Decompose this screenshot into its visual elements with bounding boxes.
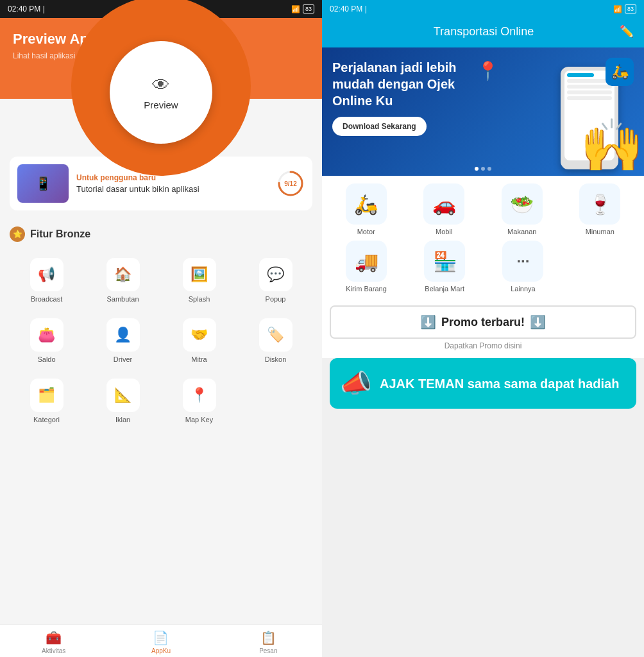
dot-3	[487, 167, 491, 171]
right-app-header: Transportasi Online ✏️	[322, 18, 644, 47]
kategori-label: Kategori	[33, 416, 60, 423]
promo-arrow-left: ⬇️	[420, 314, 436, 330]
lainnya-icon-box: ···	[502, 241, 543, 282]
makanan-label: Makanan	[507, 228, 536, 235]
download-button[interactable]: Download Sekarang	[332, 117, 427, 136]
progress-text: 9/12	[284, 180, 296, 187]
service-belanja[interactable]: 🏪 Belanja Mart	[408, 241, 481, 293]
referral-title: AJAK TEMAN sama sama dapat hadiah	[380, 376, 619, 391]
service-minuman[interactable]: 🍷 Minuman	[564, 183, 637, 235]
kategori-icon-box: 🗂️	[30, 379, 64, 412]
motor-icon: 🛵	[354, 193, 378, 216]
bronze-badge: ⭐	[10, 226, 25, 242]
promo-button[interactable]: ⬇️ Promo terbaru! ⬇️	[330, 305, 636, 339]
sambutan-label: Sambutan	[106, 295, 139, 303]
preview-button[interactable]: 👁 Preview	[110, 41, 212, 144]
broadcast-icon-box: 📢	[30, 258, 64, 291]
nav-aktivitas[interactable]: 🧰 Aktivitas	[0, 630, 107, 654]
lainnya-icon: ···	[516, 252, 529, 270]
promo-section: ⬇️ Promo terbaru! ⬇️ Dapatkan Promo disi…	[322, 300, 644, 358]
wifi-icon: 📶	[291, 5, 300, 13]
feature-broadcast[interactable]: 📢 Broadcast	[10, 252, 83, 309]
feature-splash[interactable]: 🖼️ Splash	[162, 252, 236, 309]
referral-banner[interactable]: 📣 AJAK TEMAN sama sama dapat hadiah	[330, 358, 636, 409]
hands-decoration: 🙌	[580, 115, 644, 176]
right-wifi-icon: 📶	[613, 5, 622, 13]
feature-sambutan[interactable]: 🏠 Sambutan	[86, 252, 160, 309]
service-mobil[interactable]: 🚗 Mobil	[408, 183, 481, 235]
kirim-icon-box: 🚚	[346, 241, 387, 282]
nav-pesan[interactable]: 📋 Pesan	[215, 630, 322, 654]
tutorial-content: Untuk pengguna baru Tutorial dasar untuk…	[76, 173, 269, 194]
iklan-label: Iklan	[115, 416, 130, 423]
feature-mitra[interactable]: 🤝 Mitra	[162, 312, 236, 370]
feature-diskon[interactable]: 🏷️ Diskon	[239, 312, 312, 370]
minuman-icon: 🍷	[588, 193, 612, 216]
hero-banner: Perjalanan jadi lebih mudah dengan Ojek …	[322, 47, 644, 176]
service-kirim[interactable]: 🚚 Kirim Barang	[330, 241, 403, 293]
feature-iklan[interactable]: 📐 Iklan	[86, 372, 160, 430]
right-status-icons: 📶 83	[613, 4, 636, 13]
kirim-icon: 🚚	[355, 250, 378, 273]
motor-label: Motor	[357, 228, 375, 235]
fitur-section: ⭐ Fitur Bronze	[0, 220, 322, 252]
promo-subtitle: Dapatkan Promo disini	[330, 339, 636, 355]
services-grid-row1: 🛵 Motor 🚗 Mobil 🥗 Makanan 🍷 M	[330, 183, 636, 235]
motor-icon-box: 🛵	[346, 183, 387, 225]
services-section: 🛵 Motor 🚗 Mobil 🥗 Makanan 🍷 M	[322, 176, 644, 300]
edit-icon[interactable]: ✏️	[620, 24, 634, 38]
vehicle-icon-btn[interactable]: 🛵	[606, 58, 634, 86]
service-lainnya[interactable]: ··· Lainnya	[486, 241, 559, 293]
kirim-label: Kirim Barang	[346, 285, 387, 293]
service-makanan[interactable]: 🥗 Makanan	[486, 183, 559, 235]
makanan-icon: 🥗	[510, 193, 534, 216]
splash-icon: 🖼️	[191, 266, 208, 283]
driver-icon-box: 👤	[106, 318, 140, 352]
broadcast-label: Broadcast	[31, 295, 63, 303]
banner-indicators	[475, 167, 491, 171]
screen-line-3	[567, 85, 612, 89]
feature-mapkey[interactable]: 📍 Map Key	[162, 372, 236, 430]
location-pin-icon: 📍	[477, 60, 499, 81]
popup-label: Popup	[266, 295, 286, 303]
mitra-icon-box: 🤝	[183, 318, 216, 352]
sambutan-icon-box: 🏠	[106, 258, 140, 291]
sambutan-icon: 🏠	[114, 266, 131, 283]
dot-2	[481, 167, 485, 171]
diskon-icon: 🏷️	[267, 327, 284, 343]
nav-appku[interactable]: 📄 AppKu	[107, 630, 214, 654]
mobil-label: Mobil	[436, 228, 452, 235]
services-grid-row2: 🚚 Kirim Barang 🏪 Belanja Mart ··· Lainny…	[330, 241, 560, 293]
feature-kategori[interactable]: 🗂️ Kategori	[10, 372, 83, 430]
minuman-icon-box: 🍷	[579, 183, 620, 225]
pesan-label: Pesan	[259, 647, 277, 654]
dot-1	[475, 167, 479, 171]
promo-button-text: Promo terbaru!	[441, 316, 525, 329]
feature-driver[interactable]: 👤 Driver	[86, 312, 160, 370]
mitra-icon: 🤝	[191, 327, 208, 343]
belanja-icon-box: 🏪	[424, 241, 465, 282]
tutorial-title: Tutorial dasar untuk bikin aplikasi	[76, 184, 269, 194]
banner-text: Perjalanan jadi lebih mudah dengan Ojek …	[332, 59, 498, 109]
belanja-label: Belanja Mart	[425, 285, 464, 293]
tutorial-progress: 9/12	[276, 169, 305, 198]
mobil-icon-box: 🚗	[423, 183, 464, 225]
minuman-label: Minuman	[586, 228, 614, 235]
mobil-icon: 🚗	[432, 193, 456, 216]
right-battery: 83	[625, 4, 636, 13]
right-status-bar: 02:40 PM | 📶 83	[322, 0, 644, 18]
diskon-label: Diskon	[265, 355, 287, 363]
appku-label: AppKu	[151, 647, 171, 654]
service-motor[interactable]: 🛵 Motor	[330, 183, 403, 235]
tutorial-thumb-icon: 📱	[35, 176, 51, 191]
fitur-title: Fitur Bronze	[30, 228, 90, 240]
kategori-icon: 🗂️	[38, 387, 55, 404]
driver-label: Driver	[114, 355, 132, 363]
fitur-header: ⭐ Fitur Bronze	[10, 226, 312, 242]
feature-popup[interactable]: 💬 Popup	[239, 252, 312, 309]
eye-icon: 👁	[152, 74, 170, 96]
diskon-icon-box: 🏷️	[259, 318, 292, 352]
appku-icon: 📄	[153, 630, 169, 645]
feature-saldo[interactable]: 👛 Saldo	[10, 312, 83, 370]
pesan-icon: 📋	[260, 630, 276, 645]
